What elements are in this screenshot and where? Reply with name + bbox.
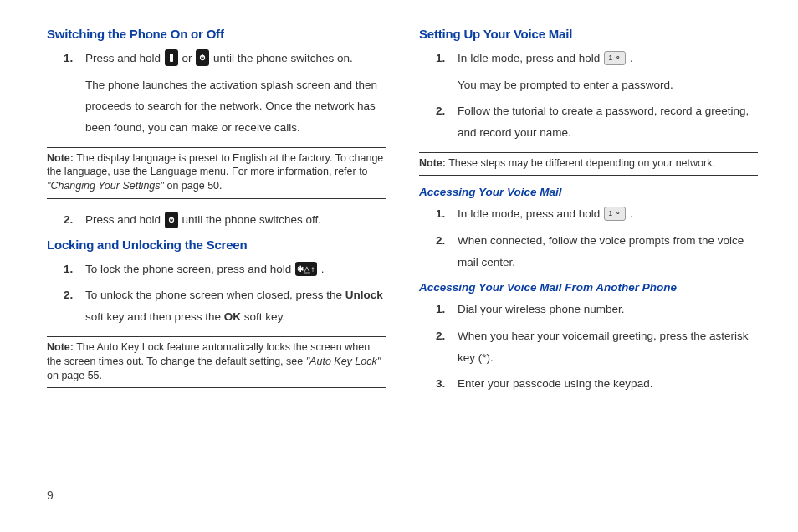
list-item: Press and hold until the phone switches … [85,209,386,231]
heading-voicemail-setup: Setting Up Your Voice Mail [419,27,758,41]
list-item: When connected, follow the voice prompts… [458,230,758,273]
subheading-access-vm: Accessing Your Voice Mail [419,186,758,198]
note-text: The display language is preset to Englis… [47,152,383,178]
locking-list: To lock the phone screen, press and hold… [47,258,386,328]
list-item: Dial your wireless phone number. [458,299,758,320]
text: . [630,207,633,220]
text: . [630,52,633,64]
softkey-unlock: Unlock [345,289,383,301]
text: To unlock the phone screen when closed, … [85,289,345,301]
note-text: on page 50. [164,180,223,192]
one-key-icon: 1 ⚬ [604,51,626,65]
voicemail-setup-list: In Idle mode, press and hold 1 ⚬ . You m… [419,48,758,144]
text: until the phone switches off. [182,213,321,226]
page-number: 9 [47,489,54,502]
text: until the phone switches on. [213,52,353,64]
list-item: Follow the tutorial to create a password… [458,100,758,143]
switching-list: Press and hold or until the phone switch… [47,48,386,139]
power-key-right-icon [196,49,209,66]
switching-list-cont: Press and hold until the phone switches … [47,209,386,231]
text: . [321,263,325,275]
note-language: Note: The display language is preset to … [47,147,386,200]
note-ref: "Changing Your Settings" [47,180,164,192]
text: or [182,52,196,64]
paragraph: The phone launches the activation splash… [85,74,386,139]
softkey-ok: OK [224,310,241,323]
right-column: Setting Up Your Voice Mail In Idle mode,… [419,27,758,400]
one-key-icon: 1 ⚬ [604,207,626,221]
note-text: on page 55. [47,370,102,381]
list-item: In Idle mode, press and hold 1 ⚬ . You m… [458,48,758,95]
manual-page: Switching the Phone On or Off Press and … [0,0,798,417]
note-label: Note: [419,157,446,169]
list-item: When you hear your voicemail greeting, p… [458,325,758,368]
list-item: To lock the phone screen, press and hold… [85,258,386,280]
note-label: Note: [47,341,74,353]
power-key-icon [165,212,178,228]
text: soft key and then press the [85,310,224,323]
power-key-left-icon [165,49,178,66]
star-key-icon: ✱△↑ [295,262,317,276]
paragraph: You may be prompted to enter a password. [458,74,758,96]
note-text: These steps may be different depending o… [446,157,715,169]
list-item: To unlock the phone screen when closed, … [85,284,386,327]
heading-switching: Switching the Phone On or Off [47,27,386,41]
text: In Idle mode, press and hold [458,207,603,220]
left-column: Switching the Phone On or Off Press and … [47,27,386,400]
svg-rect-0 [170,54,173,62]
text: Press and hold [85,213,164,226]
text: In Idle mode, press and hold [458,52,603,64]
note-autolock: Note: The Auto Key Lock feature automati… [47,336,386,389]
subheading-access-vm-other: Accessing Your Voice Mail From Another P… [419,281,758,294]
text: soft key. [241,310,285,323]
access-vm-list: In Idle mode, press and hold 1 ⚬ . When … [419,203,758,273]
list-item: In Idle mode, press and hold 1 ⚬ . [458,203,758,225]
access-vm-other-list: Dial your wireless phone number. When yo… [419,299,758,395]
text: To lock the phone screen, press and hold [85,263,294,275]
note-ref: "Auto Key Lock" [306,356,381,367]
text: Press and hold [85,52,164,64]
note-label: Note: [47,152,74,164]
list-item: Enter your passcode using the keypad. [458,373,758,395]
heading-locking: Locking and Unlocking the Screen [47,238,386,252]
note-network: Note: These steps may be different depen… [419,152,758,176]
list-item: Press and hold or until the phone switch… [85,48,386,139]
